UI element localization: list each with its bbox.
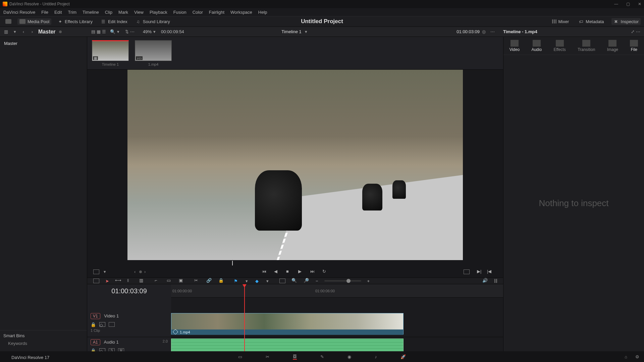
- home-button[interactable]: ⌂: [625, 354, 627, 359]
- nav-fwd-icon[interactable]: ›: [30, 29, 35, 35]
- current-bin-label[interactable]: Master: [38, 29, 56, 35]
- go-start-button[interactable]: ⏮: [262, 269, 268, 275]
- match-frame-button[interactable]: [93, 269, 99, 274]
- track-header-video1[interactable]: V1 Video 1 🔒 ◇ 1 Clip: [87, 311, 171, 337]
- nav-deliver-button[interactable]: 🚀: [400, 354, 406, 359]
- jog-fwd-icon[interactable]: ›: [144, 269, 146, 274]
- menu-item[interactable]: Timeline: [83, 10, 99, 15]
- search-icon[interactable]: 🔍: [110, 29, 115, 35]
- menu-item[interactable]: Fusion: [173, 10, 186, 15]
- lock-button[interactable]: 🔒: [218, 278, 224, 284]
- detail-zoom-button[interactable]: 🔎: [304, 278, 310, 284]
- chevron-down-icon[interactable]: ▾: [265, 278, 270, 284]
- stop-button[interactable]: ■: [286, 269, 292, 275]
- insert-button[interactable]: ⌐: [155, 278, 161, 284]
- selection-tool-button[interactable]: ➤: [105, 279, 109, 284]
- dynamic-trim-button[interactable]: ⦀: [127, 278, 133, 284]
- menu-item[interactable]: Color: [193, 10, 203, 15]
- next-clip-button[interactable]: ▶|: [477, 269, 483, 275]
- go-end-button[interactable]: ⏭: [310, 269, 316, 275]
- chevron-down-icon[interactable]: ▾: [304, 29, 309, 35]
- nav-color-button[interactable]: ◉: [347, 354, 351, 359]
- inspector-tab-transition[interactable]: Transition: [578, 40, 595, 52]
- sort-icon[interactable]: ⇅: [124, 29, 129, 35]
- timeline-body[interactable]: 01:00:00:00 01:00:06:00 1.mp4 1.mp4: [171, 284, 503, 359]
- inspector-button[interactable]: ✖Inspector: [611, 18, 641, 25]
- chevron-down-icon[interactable]: ▾: [12, 29, 17, 35]
- sidebar-toggle-icon[interactable]: ▥: [3, 29, 9, 35]
- mixer-button[interactable]: Mixer: [550, 18, 571, 25]
- view-thumb-icon[interactable]: ▤: [91, 29, 96, 35]
- jog-back-icon[interactable]: ‹: [134, 269, 136, 274]
- zoom-percent[interactable]: 49%: [143, 29, 152, 34]
- zoom-in-button[interactable]: +: [367, 279, 370, 284]
- link-button[interactable]: 🔗: [206, 278, 212, 284]
- inspector-tab-file[interactable]: File: [630, 40, 638, 52]
- chevron-down-icon[interactable]: ▾: [152, 29, 157, 35]
- timeline-view-button[interactable]: [93, 279, 99, 283]
- nav-media-button[interactable]: ▭: [238, 354, 242, 359]
- settings-button[interactable]: ⚙: [635, 354, 639, 359]
- overwrite-button[interactable]: ▭: [167, 278, 173, 284]
- expand-icon[interactable]: ⤢: [630, 29, 635, 35]
- media-item-timeline[interactable]: ▦ Timeline 1: [92, 40, 129, 66]
- smart-bins-header[interactable]: Smart Bins: [3, 333, 84, 338]
- menu-item[interactable]: Help: [258, 10, 267, 15]
- timeline-name[interactable]: Timeline 1: [281, 29, 301, 34]
- inspector-tab-effects[interactable]: Effects: [553, 40, 566, 52]
- trim-tool-button[interactable]: ⟷: [115, 278, 121, 284]
- zoom-out-button[interactable]: −: [316, 279, 318, 284]
- menu-item[interactable]: Mark: [118, 10, 128, 15]
- nav-back-icon[interactable]: ‹: [21, 29, 26, 35]
- inspector-tab-image[interactable]: Image: [607, 40, 618, 52]
- zoom-slider[interactable]: [324, 280, 361, 282]
- layout-toggle[interactable]: [3, 18, 13, 24]
- zoom-to-fit-button[interactable]: 🔍: [291, 278, 298, 284]
- menu-item[interactable]: Workspace: [230, 10, 252, 15]
- blade-tool-button[interactable]: ▥: [139, 278, 145, 284]
- playhead[interactable]: [244, 284, 245, 359]
- track-enable-button[interactable]: [109, 322, 115, 327]
- minimize-icon[interactable]: —: [614, 2, 618, 6]
- auto-select-button[interactable]: ◇: [99, 322, 105, 327]
- timeline-ruler[interactable]: 01:00:00:00 01:00:06:00: [171, 284, 503, 298]
- prev-frame-button[interactable]: ◀: [274, 269, 280, 275]
- bin-root[interactable]: Master: [3, 40, 84, 47]
- track-badge[interactable]: V1: [91, 313, 100, 319]
- menu-item[interactable]: Trim: [68, 10, 77, 15]
- flag-button[interactable]: ⚑: [234, 279, 238, 284]
- track-badge[interactable]: A1: [91, 339, 100, 345]
- chevron-down-icon[interactable]: ▾: [115, 29, 121, 35]
- menu-item[interactable]: Fairlight: [209, 10, 224, 15]
- menu-item[interactable]: DaVinci Resolve: [3, 10, 35, 15]
- menu-item[interactable]: File: [41, 10, 48, 15]
- bypass-icon[interactable]: ◎: [481, 29, 486, 35]
- more-icon[interactable]: ⋯: [129, 29, 135, 35]
- viewer-scrub-bar[interactable]: [127, 260, 463, 266]
- nav-fusion-button[interactable]: ✎: [320, 354, 324, 359]
- edit-index-button[interactable]: ☰Edit Index: [99, 18, 129, 25]
- viewer-canvas[interactable]: [127, 70, 463, 260]
- nav-cut-button[interactable]: ✂: [266, 354, 269, 359]
- lock-icon[interactable]: 🔒: [91, 322, 96, 327]
- close-icon[interactable]: ✕: [638, 2, 641, 6]
- more-icon[interactable]: ⋯: [490, 29, 495, 35]
- more-icon[interactable]: ⋯: [635, 29, 641, 35]
- sound-library-button[interactable]: ♫Sound Library: [133, 18, 172, 25]
- effects-library-button[interactable]: ✦Effects Library: [55, 18, 95, 25]
- nav-edit-button[interactable]: ☲: [293, 354, 297, 360]
- media-item-clip[interactable]: ♪▭ 1.mp4: [135, 40, 172, 66]
- marker-button[interactable]: ◆: [255, 279, 259, 284]
- replace-button[interactable]: ▣: [179, 278, 185, 284]
- maximize-icon[interactable]: ▢: [626, 2, 630, 6]
- menu-item[interactable]: Edit: [54, 10, 62, 15]
- inspector-tab-audio[interactable]: Audio: [531, 40, 542, 52]
- view-grid-icon[interactable]: ▦: [96, 29, 101, 35]
- nav-fairlight-button[interactable]: ♪: [375, 354, 377, 359]
- prev-clip-button[interactable]: |◀: [487, 269, 493, 275]
- inspector-tab-video[interactable]: Video: [509, 40, 520, 52]
- view-list-icon[interactable]: ☰: [101, 29, 107, 35]
- fullscreen-button[interactable]: [464, 269, 470, 274]
- media-pool-button[interactable]: Media Pool: [17, 18, 51, 25]
- smart-bin-keywords[interactable]: Keywords: [3, 338, 84, 349]
